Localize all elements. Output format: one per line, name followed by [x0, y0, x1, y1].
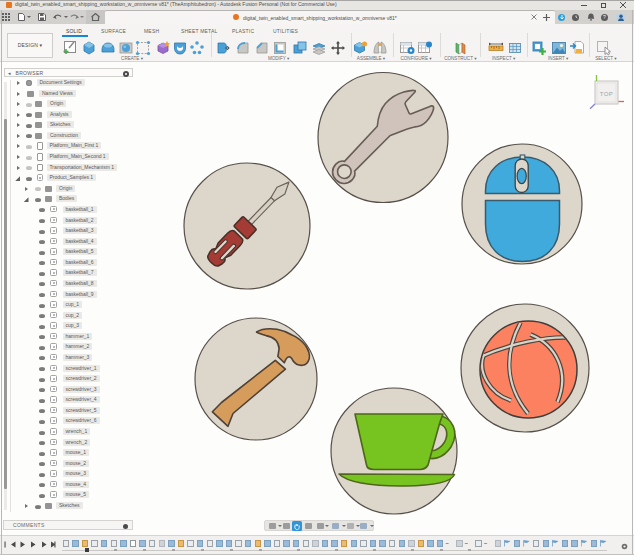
svg-text:TOP: TOP — [600, 91, 614, 97]
